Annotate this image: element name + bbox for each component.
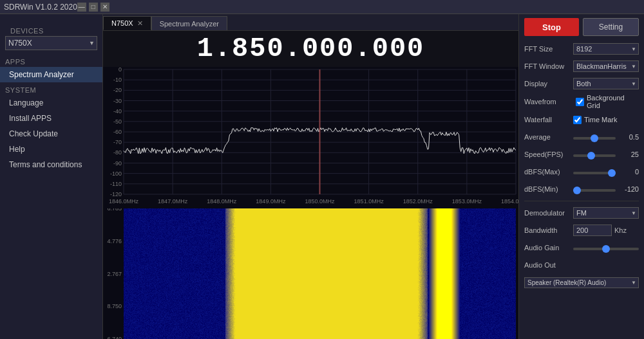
fft-size-select-wrapper: 8192 512 1024 2048 4096 16384 (573, 43, 639, 55)
audio-gain-slider[interactable] (573, 248, 639, 250)
display-select-wrapper: Both Waveform Waterfall (573, 78, 639, 89)
titlebar-title: SDRWin V1.0.2 2020 (4, 3, 77, 12)
dbfs-min-value: -120 (618, 185, 639, 193)
audio-gain-label: Audio Gain (524, 244, 571, 252)
apps-label: APPS (0, 54, 102, 67)
bg-grid-label: Background Grid (587, 94, 639, 109)
titlebar: SDRWin V1.0.2 2020 — □ ✕ (0, 0, 644, 14)
fft-size-row: FFT Size 8192 512 1024 2048 4096 16384 (524, 42, 639, 56)
fft-window-row: FFT Window BlackmanHarris Hanning Hammin… (524, 59, 639, 73)
center-panel: N750X ✕ Spectrum Analyzer 1.850.000.000 (103, 14, 518, 339)
sidebar-item-terms[interactable]: Terms and conditions (0, 157, 102, 172)
average-slider[interactable] (573, 137, 616, 140)
divider (524, 201, 639, 201)
sidebar: Devices N750X APPS Spectrum Analyzer Sys… (0, 14, 103, 339)
demodulator-select[interactable]: FM AM NFM WFM USB LSB CW (573, 207, 639, 219)
sidebar-item-language[interactable]: Language (0, 95, 102, 111)
waterfall-canvas-element (103, 208, 518, 339)
speed-value: 25 (618, 151, 639, 158)
audio-gain-row: Audio Gain (524, 241, 639, 255)
waterfall-canvas (103, 208, 518, 339)
speed-label: Speed(FPS) (524, 151, 571, 158)
spectrum-area (103, 67, 518, 339)
time-mark-label: Time Mark (584, 116, 618, 124)
waterfall-label: Waterfall (524, 116, 571, 124)
spectrum-canvas-element (103, 67, 518, 208)
fft-size-label: FFT Size (524, 45, 571, 53)
frequency-display: 1.850.000.000 (103, 31, 518, 67)
top-buttons: Stop Setting (524, 18, 639, 36)
right-panel: Stop Setting FFT Size 8192 512 1024 2048… (518, 14, 644, 339)
dbfs-max-label: dBFS(Max) (524, 168, 571, 176)
average-slider-wrapper (573, 133, 616, 142)
dbfs-max-slider-wrapper (573, 167, 616, 176)
spectrum-canvas (103, 67, 518, 208)
tab-spectrum-analyzer[interactable]: Spectrum Analyzer (151, 16, 227, 30)
waveform-label: Wavefrom (524, 98, 571, 105)
speed-slider[interactable] (573, 154, 616, 157)
dbfs-min-slider[interactable] (573, 189, 616, 192)
maximize-button[interactable]: □ (89, 3, 98, 12)
bg-grid-checkbox[interactable] (576, 98, 584, 106)
waterfall-row: Waterfall Time Mark (524, 113, 639, 127)
devices-label: Devices (5, 23, 97, 36)
average-value: 0.5 (618, 133, 639, 141)
bandwidth-label: Bandwidth (524, 226, 571, 234)
tab-n750x[interactable]: N750X ✕ (103, 16, 151, 30)
display-select[interactable]: Both Waveform Waterfall (573, 78, 639, 89)
minimize-button[interactable]: — (77, 3, 86, 12)
bandwidth-row: Bandwidth Khz (524, 223, 639, 237)
stop-button[interactable]: Stop (524, 18, 579, 36)
dbfs-min-row: dBFS(Min) -120 (524, 182, 639, 196)
time-mark-checkbox[interactable] (573, 116, 582, 124)
display-row: Display Both Waveform Waterfall (524, 77, 639, 91)
audio-gain-slider-wrapper (573, 243, 639, 252)
fft-window-select[interactable]: BlackmanHarris Hanning Hamming Rectangle (573, 60, 639, 72)
audio-out-select-row: Speaker (Realtek(R) Audio) Default (524, 275, 639, 289)
sidebar-item-check-update[interactable]: Check Update (0, 126, 102, 142)
bandwidth-unit: Khz (614, 226, 627, 234)
device-select[interactable]: N750X (5, 36, 97, 50)
demodulator-label: Demodulator (524, 209, 571, 217)
speed-row: Speed(FPS) 25 (524, 147, 639, 161)
dbfs-max-value: 0 (618, 168, 639, 176)
devices-section: Devices N750X (0, 19, 102, 54)
dbfs-max-slider[interactable] (573, 172, 616, 174)
dbfs-min-slider-wrapper (573, 185, 616, 194)
sidebar-item-install-apps[interactable]: Install APPS (0, 111, 102, 126)
dbfs-max-row: dBFS(Max) 0 (524, 165, 639, 179)
device-select-wrapper: N750X (5, 36, 97, 50)
frequency-value: 1.850.000.000 (197, 33, 425, 64)
fft-window-label: FFT Window (524, 62, 571, 70)
average-label: Average (524, 133, 571, 141)
fft-window-select-wrapper: BlackmanHarris Hanning Hamming Rectangle (573, 60, 639, 72)
average-row: Average 0.5 (524, 130, 639, 144)
system-label: System (0, 82, 102, 95)
sidebar-item-help[interactable]: Help (0, 142, 102, 157)
titlebar-controls: — □ ✕ (77, 3, 109, 12)
sidebar-item-spectrum-analyzer[interactable]: Spectrum Analyzer (0, 67, 102, 82)
tab-close-icon[interactable]: ✕ (137, 19, 143, 28)
setting-button[interactable]: Setting (583, 18, 639, 36)
audio-out-select[interactable]: Speaker (Realtek(R) Audio) Default (524, 277, 639, 288)
main-layout: Devices N750X APPS Spectrum Analyzer Sys… (0, 14, 644, 339)
audio-out-select-wrapper: Speaker (Realtek(R) Audio) Default (524, 277, 639, 288)
speed-slider-wrapper (573, 150, 616, 159)
audio-out-row: Audio Out (524, 258, 639, 272)
fft-size-select[interactable]: 8192 512 1024 2048 4096 16384 (573, 43, 639, 55)
demodulator-row: Demodulator FM AM NFM WFM USB LSB CW (524, 206, 639, 220)
close-button[interactable]: ✕ (100, 3, 109, 12)
bandwidth-input[interactable] (573, 224, 612, 236)
bg-grid-row: Background Grid (576, 94, 639, 109)
audio-out-label: Audio Out (524, 261, 571, 269)
waveform-checks: Background Grid (573, 94, 639, 109)
tabbar: N750X ✕ Spectrum Analyzer (103, 14, 518, 31)
waveform-row: Wavefrom Background Grid (524, 94, 639, 109)
demodulator-select-wrapper: FM AM NFM WFM USB LSB CW (573, 207, 639, 219)
display-label: Display (524, 80, 571, 87)
time-mark-row: Time Mark (573, 116, 618, 124)
dbfs-min-label: dBFS(Min) (524, 185, 571, 193)
